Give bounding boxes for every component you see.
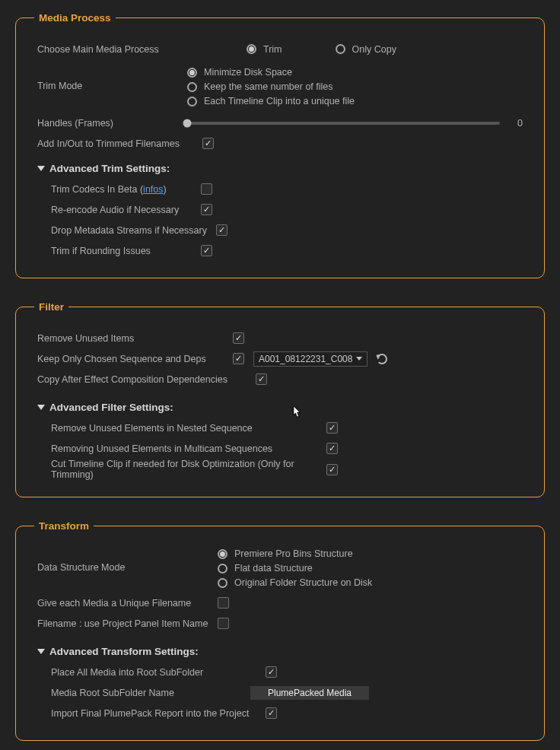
import-report-label: Import Final PlumePack Report into the P… (51, 708, 256, 719)
drop-metadata-label: Drop Metadata Streams if Necessary (51, 225, 207, 236)
project-panel-name-checkbox[interactable] (218, 618, 229, 629)
remove-multicam-checkbox[interactable]: ✓ (326, 443, 338, 454)
radio-on-icon (247, 44, 256, 54)
radio-off-icon (336, 44, 345, 54)
chevron-down-icon (37, 166, 45, 171)
radio-on-icon (187, 68, 197, 78)
slider-thumb-icon[interactable] (183, 119, 192, 127)
root-name-label: Media Root SubFolder Name (51, 688, 241, 698)
place-root-label: Place All Media into Root SubFolder (51, 667, 256, 678)
structure-ppro-radio[interactable]: Premiere Pro Bins Structure (218, 548, 372, 559)
main-process-only-copy-radio[interactable]: Only Copy (336, 44, 396, 55)
remove-unused-label: Remove Unused Items (37, 333, 224, 344)
trim-codecs-infos-link[interactable]: infos (143, 184, 163, 195)
chevron-down-icon (37, 405, 45, 410)
radio-off-icon (187, 97, 197, 106)
choose-main-media-process-label: Choose Main Media Process (37, 44, 178, 55)
copy-ae-label: Copy After Effect Composition Dependenci… (37, 374, 247, 385)
data-structure-mode-label: Data Structure Mode (37, 548, 208, 573)
radio-on-icon (218, 549, 228, 559)
trim-codecs-beta-checkbox[interactable] (201, 183, 212, 195)
project-panel-name-label: Filename : use Project Panel Item Name (37, 618, 208, 629)
cut-timeline-checkbox[interactable]: ✓ (326, 464, 338, 475)
radio-off-icon (187, 82, 197, 92)
filter-legend: Filter (34, 301, 68, 313)
radio-off-icon (218, 564, 228, 574)
structure-flat-radio[interactable]: Flat data Structure (218, 563, 372, 574)
unique-filename-checkbox[interactable] (218, 597, 229, 609)
handles-value: 0 (511, 118, 523, 129)
import-report-checkbox[interactable]: ✓ (266, 707, 277, 719)
structure-original-radio[interactable]: Original Folder Structure on Disk (218, 577, 372, 588)
trim-mode-label: Trim Mode (37, 67, 178, 91)
remove-nested-label: Remove Unused Elements in Nested Sequenc… (51, 423, 317, 434)
media-process-panel: Media Process Choose Main Media Process … (15, 12, 545, 278)
trim-mode-keep-same-radio[interactable]: Keep the same number of files (187, 81, 355, 92)
transform-legend: Transform (34, 520, 94, 532)
rounding-issues-checkbox[interactable]: ✓ (201, 245, 212, 256)
filter-panel: Filter Remove Unused Items ✓ Keep Only C… (15, 301, 545, 497)
chevron-down-icon (37, 649, 45, 654)
remove-nested-checkbox[interactable]: ✓ (326, 422, 338, 434)
root-name-input[interactable] (250, 686, 369, 700)
drop-metadata-checkbox[interactable]: ✓ (216, 224, 228, 236)
reencode-audio-label: Re-encode Audio if Necessary (51, 205, 192, 215)
radio-off-icon (218, 578, 228, 588)
cut-timeline-label: Cut Timeline Clip if needed for Disk Opt… (51, 459, 317, 480)
add-in-out-label: Add In/Out to Trimmed Filenames (37, 138, 193, 149)
add-in-out-checkbox[interactable]: ✓ (202, 138, 214, 149)
chevron-down-icon (356, 357, 362, 361)
unique-filename-label: Give each Media a Unique Filename (37, 598, 208, 609)
rounding-issues-label: Trim if Rounding Issues (51, 246, 192, 256)
keep-only-label: Keep Only Chosen Sequence and Deps (37, 354, 224, 364)
reencode-audio-checkbox[interactable]: ✓ (201, 204, 212, 215)
place-root-checkbox[interactable]: ✓ (266, 666, 277, 678)
handles-label: Handles (Frames) (37, 118, 178, 129)
handles-slider[interactable] (187, 122, 500, 125)
advanced-transform-settings-header[interactable]: Advanced Transform Settings: (37, 646, 523, 657)
remove-multicam-label: Removing Unused Elements in Multicam Seq… (51, 443, 317, 454)
remove-unused-checkbox[interactable]: ✓ (233, 332, 244, 344)
trim-mode-minimize-radio[interactable]: Minimize Disk Space (187, 67, 355, 78)
copy-ae-checkbox[interactable]: ✓ (256, 373, 267, 385)
advanced-filter-settings-header[interactable]: Advanced Filter Settings: (37, 402, 523, 413)
trim-codecs-beta-label: Trim Codecs In Beta (infos) (51, 184, 192, 195)
main-process-trim-radio[interactable]: Trim (247, 44, 282, 55)
transform-panel: Transform Data Structure Mode Premiere P… (15, 520, 545, 741)
advanced-trim-settings-header[interactable]: Advanced Trim Settings: (37, 163, 523, 174)
keep-only-checkbox[interactable]: ✓ (233, 353, 244, 364)
refresh-icon[interactable] (377, 354, 387, 364)
media-process-legend: Media Process (34, 12, 116, 24)
trim-mode-each-unique-radio[interactable]: Each Timeline Clip into a unique file (187, 96, 355, 106)
sequence-select[interactable]: A001_08122231_C008 (253, 351, 368, 367)
